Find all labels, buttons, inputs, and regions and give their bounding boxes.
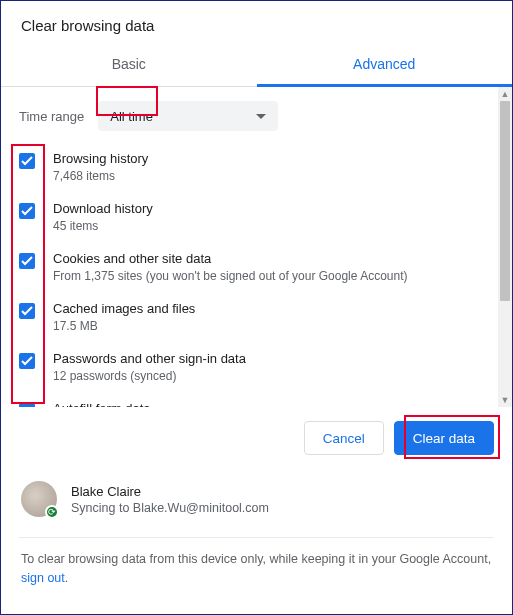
item-subtitle: 7,468 items: [53, 169, 148, 183]
list-item: Passwords and other sign-in data 12 pass…: [19, 351, 494, 383]
item-title: Passwords and other sign-in data: [53, 351, 246, 366]
scrollbar[interactable]: ▲ ▼: [498, 87, 512, 407]
item-subtitle: 45 items: [53, 219, 153, 233]
sync-icon: [45, 505, 59, 519]
list-item: Download history 45 items: [19, 201, 494, 233]
options-scroll-area: Time range All time Browsing history 7,4: [1, 87, 512, 407]
item-title: Browsing history: [53, 151, 148, 166]
check-icon: [21, 356, 33, 366]
time-range-value: All time: [110, 109, 153, 124]
list-item: Cookies and other site data From 1,375 s…: [19, 251, 494, 283]
item-subtitle: 17.5 MB: [53, 319, 195, 333]
list-item: Cached images and files 17.5 MB: [19, 301, 494, 333]
divider: [19, 537, 494, 538]
chevron-down-icon: [256, 114, 266, 119]
item-title: Download history: [53, 201, 153, 216]
check-icon: [21, 256, 33, 266]
list-item: Browsing history 7,468 items: [19, 151, 494, 183]
item-text: Passwords and other sign-in data 12 pass…: [53, 351, 246, 383]
item-text: Cached images and files 17.5 MB: [53, 301, 195, 333]
account-row: Blake Claire Syncing to Blake.Wu@minitoo…: [1, 471, 512, 531]
clear-data-button[interactable]: Clear data: [394, 421, 494, 455]
item-subtitle: From 1,375 sites (you won't be signed ou…: [53, 269, 408, 283]
clear-browsing-data-dialog: Clear browsing data Basic Advanced Time …: [0, 0, 513, 615]
time-range-select-wrap: All time: [98, 101, 278, 131]
sign-out-link[interactable]: sign out: [21, 571, 65, 585]
account-text: Blake Claire Syncing to Blake.Wu@minitoo…: [71, 484, 269, 515]
checkbox-download-history[interactable]: [19, 203, 35, 219]
time-range-select[interactable]: All time: [98, 101, 278, 131]
item-title: Cached images and files: [53, 301, 195, 316]
scroll-up-icon[interactable]: ▲: [498, 87, 512, 101]
scroll-down-icon[interactable]: ▼: [498, 393, 512, 407]
time-range-row: Time range All time: [19, 101, 502, 131]
time-range-label: Time range: [19, 109, 84, 124]
checkbox-browsing-history[interactable]: [19, 153, 35, 169]
item-text: Browsing history 7,468 items: [53, 151, 148, 183]
item-text: Download history 45 items: [53, 201, 153, 233]
sync-prefix: Syncing to: [71, 501, 133, 515]
checkbox-cached[interactable]: [19, 303, 35, 319]
item-subtitle: 12 passwords (synced): [53, 369, 246, 383]
account-email: Blake.Wu@minitool.com: [133, 501, 269, 515]
note-text: To clear browsing data from this device …: [21, 552, 491, 566]
data-type-list: Browsing history 7,468 items Download hi…: [19, 151, 502, 407]
check-icon: [21, 156, 33, 166]
note-trailing: .: [65, 571, 68, 585]
checkbox-cookies[interactable]: [19, 253, 35, 269]
scroll-thumb[interactable]: [500, 101, 510, 301]
account-name: Blake Claire: [71, 484, 269, 499]
item-text: Cookies and other site data From 1,375 s…: [53, 251, 408, 283]
tabs: Basic Advanced: [1, 46, 512, 87]
dialog-footer: Cancel Clear data: [1, 407, 512, 471]
checkbox-passwords[interactable]: [19, 353, 35, 369]
check-icon: [21, 306, 33, 316]
dialog-title: Clear browsing data: [1, 1, 512, 46]
check-icon: [21, 206, 33, 216]
footer-note: To clear browsing data from this device …: [1, 544, 512, 604]
tab-advanced[interactable]: Advanced: [257, 46, 513, 87]
avatar: [21, 481, 57, 517]
item-title: Cookies and other site data: [53, 251, 408, 266]
account-sync-line: Syncing to Blake.Wu@minitool.com: [71, 501, 269, 515]
tab-basic[interactable]: Basic: [1, 46, 257, 86]
cancel-button[interactable]: Cancel: [304, 421, 384, 455]
